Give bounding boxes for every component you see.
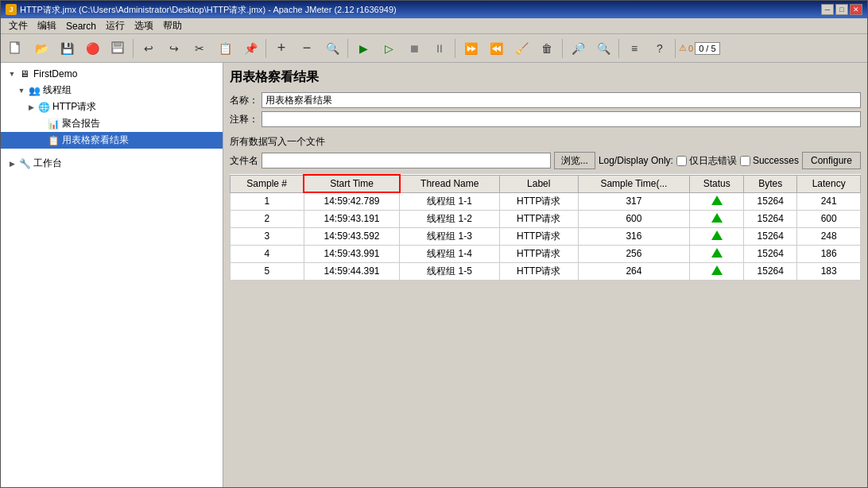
add-button[interactable]: + bbox=[269, 37, 293, 60]
name-label: 名称： bbox=[230, 94, 262, 107]
shutdown-button[interactable]: ⏸ bbox=[428, 37, 451, 60]
table-row[interactable]: 2 14:59:43.191 线程组 1-2 HTTP请求 600 15264 … bbox=[231, 210, 861, 227]
results-table: Sample # Start Time Thread Name Label Sa… bbox=[230, 174, 861, 281]
remote-start-button[interactable]: ⏩ bbox=[459, 37, 482, 60]
zoom-in-button[interactable]: 🔎 bbox=[566, 37, 590, 60]
col-header-thread-name: Thread Name bbox=[400, 175, 500, 192]
stop-button[interactable]: 🔴 bbox=[80, 37, 104, 60]
col-header-label: Label bbox=[499, 175, 578, 192]
file-label: 文件名 bbox=[230, 154, 258, 168]
table-header-row: Sample # Start Time Thread Name Label Sa… bbox=[231, 175, 861, 192]
menu-search[interactable]: Search bbox=[61, 19, 101, 33]
sidebar: ▼ 🖥 FirstDemo ▼ 👥 线程组 ▶ 🌐 HTTP请求 📊 聚合报告 bbox=[1, 63, 223, 487]
col-header-status: Status bbox=[690, 175, 744, 192]
cell-thread: 线程组 1-2 bbox=[400, 210, 500, 227]
table-row[interactable]: 5 14:59:44.391 线程组 1-5 HTTP请求 264 15264 … bbox=[231, 262, 861, 280]
configure-button[interactable]: Configure bbox=[802, 152, 861, 169]
menu-file[interactable]: 文件 bbox=[4, 17, 33, 34]
save-button[interactable]: 💾 bbox=[55, 37, 79, 60]
toggle-firstdemo[interactable]: ▼ bbox=[7, 69, 17, 79]
name-input[interactable] bbox=[262, 92, 861, 108]
close-button[interactable]: ✕ bbox=[850, 4, 862, 15]
cell-bytes: 15264 bbox=[744, 227, 797, 245]
successes-checkbox[interactable] bbox=[740, 156, 750, 166]
cell-latency: 186 bbox=[797, 245, 861, 262]
sidebar-item-thread-group[interactable]: ▼ 👥 线程组 bbox=[1, 82, 223, 99]
menu-bar: 文件 编辑 Search 运行 选项 帮助 bbox=[1, 18, 867, 34]
copy-button[interactable]: 📋 bbox=[213, 37, 237, 60]
table-row[interactable]: 1 14:59:42.789 线程组 1-1 HTTP请求 317 15264 … bbox=[231, 192, 861, 210]
cell-start-time: 14:59:43.191 bbox=[304, 210, 399, 227]
zoom-out-button[interactable]: 🔍 bbox=[591, 37, 615, 60]
start-no-pause-button[interactable]: ▷ bbox=[377, 37, 401, 60]
save-as-button[interactable] bbox=[106, 37, 130, 60]
toggle-thread-group[interactable]: ▼ bbox=[17, 86, 26, 95]
main-window: J HTTP请求.jmx (C:\Users\Administrator\Des… bbox=[0, 0, 868, 488]
remove-button[interactable]: − bbox=[295, 37, 319, 60]
maximize-button[interactable]: □ bbox=[835, 4, 848, 15]
errors-checkbox[interactable] bbox=[676, 156, 687, 166]
open-button[interactable]: 📂 bbox=[29, 37, 53, 60]
cell-latency: 241 bbox=[797, 192, 861, 210]
col-header-sample: Sample # bbox=[231, 175, 304, 192]
cell-sample-time: 316 bbox=[578, 227, 689, 245]
cell-sample: 1 bbox=[231, 192, 304, 210]
cell-status bbox=[690, 192, 744, 210]
cut-button[interactable]: ✂ bbox=[188, 37, 211, 60]
toggle-http-request[interactable]: ▶ bbox=[26, 103, 36, 112]
icon-view-results: 📋 bbox=[47, 134, 60, 147]
cell-sample: 2 bbox=[231, 210, 304, 227]
cell-label: HTTP请求 bbox=[499, 210, 578, 227]
successes-label: Successes bbox=[753, 155, 799, 166]
cell-latency: 248 bbox=[797, 227, 861, 245]
cell-latency: 600 bbox=[797, 210, 861, 227]
sidebar-item-workbench[interactable]: ▶ 🔧 工作台 bbox=[1, 155, 223, 172]
paste-button[interactable]: 📌 bbox=[238, 37, 262, 60]
comment-input[interactable] bbox=[262, 111, 861, 127]
table-row[interactable]: 3 14:59:43.592 线程组 1-3 HTTP请求 316 15264 … bbox=[231, 227, 861, 245]
start-button[interactable]: ▶ bbox=[351, 37, 375, 60]
col-header-latency: Latency bbox=[797, 175, 861, 192]
cell-bytes: 15264 bbox=[744, 262, 797, 280]
undo-button[interactable]: ↩ bbox=[137, 37, 161, 60]
status-ok-icon bbox=[711, 196, 723, 205]
comment-row: 注释： bbox=[230, 111, 861, 127]
browse-button[interactable]: 🔍 bbox=[320, 37, 344, 60]
stop-run-button[interactable]: ⏹ bbox=[402, 37, 426, 60]
clear-button[interactable]: 🧹 bbox=[510, 37, 533, 60]
icon-thread-group: 👥 bbox=[28, 84, 41, 97]
title-bar-left: J HTTP请求.jmx (C:\Users\Administrator\Des… bbox=[6, 4, 397, 16]
menu-run[interactable]: 运行 bbox=[101, 17, 130, 34]
errors-label: 仅日志错误 bbox=[689, 154, 737, 168]
cell-start-time: 14:59:44.391 bbox=[304, 262, 399, 280]
remote-stop-button[interactable]: ⏪ bbox=[484, 37, 508, 60]
cell-status bbox=[690, 210, 744, 227]
workbench-section: ▶ 🔧 工作台 bbox=[1, 155, 223, 172]
sidebar-item-firstdemo[interactable]: ▼ 🖥 FirstDemo bbox=[1, 66, 223, 82]
sidebar-item-http-request[interactable]: ▶ 🌐 HTTP请求 bbox=[1, 99, 223, 115]
cell-status bbox=[690, 245, 744, 262]
toggle-workbench[interactable]: ▶ bbox=[7, 159, 17, 168]
sidebar-item-view-results-table[interactable]: 📋 用表格察看结果 bbox=[1, 132, 223, 149]
warning-count: 0 bbox=[688, 44, 693, 53]
new-button[interactable] bbox=[4, 37, 28, 60]
status-ok-icon bbox=[711, 213, 723, 223]
cell-thread: 线程组 1-3 bbox=[400, 227, 500, 245]
label-firstdemo: FirstDemo bbox=[33, 68, 77, 79]
cell-label: HTTP请求 bbox=[499, 262, 578, 280]
cell-start-time: 14:59:43.592 bbox=[304, 227, 399, 245]
clear-all-button[interactable]: 🗑 bbox=[535, 37, 559, 60]
list-button[interactable]: ≡ bbox=[622, 37, 646, 60]
file-input[interactable] bbox=[262, 153, 551, 168]
menu-options[interactable]: 选项 bbox=[130, 17, 158, 34]
menu-help[interactable]: 帮助 bbox=[158, 17, 187, 34]
browse-button-file[interactable]: 浏览... bbox=[554, 152, 595, 169]
minimize-button[interactable]: ─ bbox=[821, 4, 834, 15]
help-toolbar-button[interactable]: ? bbox=[648, 37, 672, 60]
redo-button[interactable]: ↪ bbox=[162, 37, 186, 60]
menu-edit[interactable]: 编辑 bbox=[33, 17, 61, 34]
cell-label: HTTP请求 bbox=[499, 227, 578, 245]
table-row[interactable]: 4 14:59:43.991 线程组 1-4 HTTP请求 256 15264 … bbox=[231, 245, 861, 262]
sidebar-item-aggregate-report[interactable]: 📊 聚合报告 bbox=[1, 115, 223, 132]
icon-workbench: 🔧 bbox=[18, 157, 31, 170]
